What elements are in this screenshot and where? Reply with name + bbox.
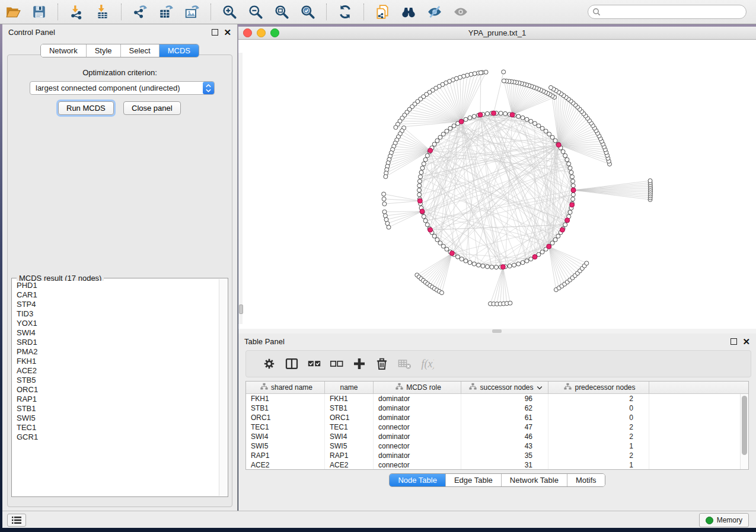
table-cell[interactable]: RAP1: [325, 451, 374, 460]
table-row[interactable]: TEC1TEC1connector472: [246, 422, 741, 432]
table-cell[interactable]: 46: [461, 432, 548, 441]
table-scrollbar[interactable]: [740, 394, 748, 469]
panel-list-button[interactable]: [7, 514, 26, 527]
table-cell[interactable]: ORC1: [246, 413, 325, 422]
table-cell[interactable]: dominator: [374, 432, 461, 441]
table-cell[interactable]: FKH1: [246, 394, 325, 403]
export-table-icon[interactable]: [158, 4, 174, 20]
table-cell[interactable]: 2: [548, 394, 649, 403]
tab-node-table[interactable]: Node Table: [390, 474, 445, 486]
table-cell[interactable]: SWI5: [246, 441, 325, 451]
table-cell[interactable]: dominator: [374, 451, 461, 460]
result-list-item[interactable]: PMA2: [12, 347, 219, 357]
table-row[interactable]: SWI4SWI4dominator462: [246, 432, 741, 441]
column-header-predecessor-nodes[interactable]: predecessor nodes: [548, 382, 649, 393]
close-panel-button[interactable]: Close panel: [123, 101, 181, 115]
zoom-fit-icon[interactable]: [273, 4, 290, 20]
close-table-panel-icon[interactable]: ✕: [742, 339, 750, 344]
table-cell[interactable]: 1: [548, 441, 649, 451]
zoom-selected-icon[interactable]: [299, 4, 316, 20]
table-cell[interactable]: SWI5: [325, 441, 374, 451]
table-cell[interactable]: 43: [461, 441, 548, 451]
table-cell[interactable]: SWI4: [246, 432, 325, 441]
memory-button[interactable]: Memory: [699, 513, 749, 527]
network-graph[interactable]: [243, 40, 752, 329]
table-cell[interactable]: connector: [374, 441, 461, 451]
table-cell[interactable]: 31: [461, 460, 548, 469]
table-cell[interactable]: 0: [548, 413, 649, 422]
table-cell[interactable]: SWI4: [325, 432, 374, 441]
result-list-item[interactable]: ORC1: [12, 385, 219, 395]
result-list-item[interactable]: RAP1: [12, 395, 219, 404]
table-cell[interactable]: 47: [461, 422, 548, 432]
table-cell[interactable]: 1: [548, 460, 649, 469]
export-network-icon[interactable]: [132, 4, 148, 20]
column-header-shared-name[interactable]: shared name: [246, 382, 325, 393]
select-all-icon[interactable]: [303, 355, 326, 373]
table-cell[interactable]: connector: [374, 460, 461, 469]
table-row[interactable]: RAP1RAP1dominator352: [246, 451, 741, 460]
result-list-item[interactable]: TEC1: [12, 423, 219, 432]
result-list-item[interactable]: SWI5: [12, 414, 219, 423]
table-cell[interactable]: dominator: [374, 403, 461, 413]
float-table-panel-icon[interactable]: [731, 338, 737, 345]
import-table-icon[interactable]: [94, 4, 111, 20]
table-cell[interactable]: ORC1: [325, 413, 374, 422]
table-cell[interactable]: 61: [461, 413, 548, 422]
network-vscrollbar[interactable]: [238, 53, 243, 324]
result-list-item[interactable]: GCR1: [12, 432, 219, 442]
table-cell[interactable]: connector: [374, 422, 461, 432]
zoom-in-icon[interactable]: [221, 4, 238, 20]
result-list-item[interactable]: YOX1: [12, 319, 219, 328]
table-cell[interactable]: STB1: [246, 403, 325, 413]
hide-selected-icon[interactable]: [426, 4, 443, 20]
export-image-icon[interactable]: [184, 4, 200, 20]
table-cell[interactable]: STB1: [325, 403, 374, 413]
table-cell[interactable]: TEC1: [246, 422, 325, 432]
column-header-successor-nodes[interactable]: successor nodes: [461, 382, 548, 393]
result-list-item[interactable]: SWI4: [12, 328, 219, 338]
network-hscrollbar[interactable]: [238, 329, 756, 334]
deselect-all-icon[interactable]: [326, 355, 348, 373]
table-cell[interactable]: RAP1: [246, 451, 325, 460]
tab-mcds[interactable]: MCDS: [159, 44, 199, 57]
zoom-out-icon[interactable]: [247, 4, 264, 20]
table-row[interactable]: STB1STB1dominator620: [246, 403, 741, 413]
table-cell[interactable]: dominator: [374, 413, 461, 422]
run-mcds-button[interactable]: Run MCDS: [58, 101, 114, 115]
result-list-item[interactable]: FKH1: [12, 357, 219, 366]
table-cell[interactable]: 62: [461, 403, 548, 413]
open-file-icon[interactable]: [5, 4, 21, 20]
table-settings-icon[interactable]: [258, 355, 280, 373]
clone-network-icon[interactable]: [374, 4, 391, 20]
result-list-item[interactable]: STB1: [12, 404, 219, 414]
column-header-MCDS-role[interactable]: MCDS role: [374, 382, 461, 393]
split-panel-icon[interactable]: [280, 355, 303, 373]
result-list-item[interactable]: ACE2: [12, 366, 219, 376]
network-canvas[interactable]: [238, 40, 756, 329]
result-list-item[interactable]: SRD1: [12, 338, 219, 347]
table-cell[interactable]: ACE2: [325, 460, 374, 469]
add-column-icon[interactable]: [348, 355, 371, 373]
result-scrollbar[interactable]: [219, 279, 227, 496]
tab-network-table[interactable]: Network Table: [501, 474, 567, 486]
table-cell[interactable]: TEC1: [325, 422, 374, 432]
mcds-result-list[interactable]: PHD1CAR1STP4TID3YOX1SWI4SRD1PMA2FKH1ACE2…: [12, 281, 219, 496]
result-list-item[interactable]: PHD1: [12, 281, 219, 290]
table-cell[interactable]: 2: [548, 422, 649, 432]
table-cell[interactable]: 96: [461, 394, 548, 403]
float-panel-icon[interactable]: [212, 29, 218, 36]
tab-select[interactable]: Select: [120, 44, 159, 57]
refresh-layout-icon[interactable]: [337, 4, 353, 20]
search-input[interactable]: [588, 5, 747, 19]
result-list-item[interactable]: TID3: [12, 309, 219, 319]
tab-edge-table[interactable]: Edge Table: [445, 474, 501, 486]
table-cell[interactable]: dominator: [374, 394, 461, 403]
table-row[interactable]: ORC1ORC1dominator610: [246, 413, 741, 422]
tab-style[interactable]: Style: [86, 44, 120, 57]
table-row[interactable]: ACE2ACE2connector311: [246, 460, 741, 469]
import-network-icon[interactable]: [68, 4, 85, 20]
table-row[interactable]: SWI5SWI5connector431: [246, 441, 741, 451]
table-cell[interactable]: 2: [548, 451, 649, 460]
column-header-name[interactable]: name: [325, 382, 374, 393]
